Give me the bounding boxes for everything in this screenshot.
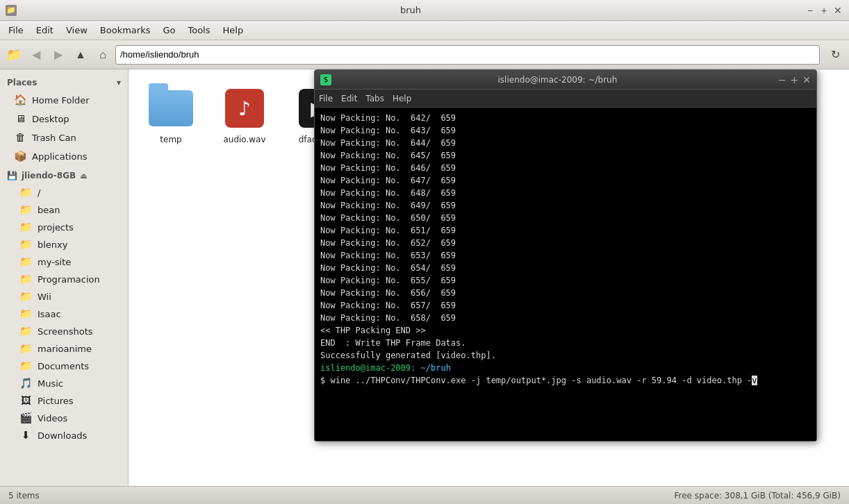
back-button[interactable]: ◀ bbox=[26, 45, 46, 65]
bean-icon: 📁 bbox=[19, 203, 32, 216]
sidebar: Places ▾ 🏠 Home Folder 🖥 Desktop 🗑 Trash… bbox=[0, 69, 129, 486]
sidebar-item-projects[interactable]: 📁 projects bbox=[3, 219, 125, 235]
applications-icon: 📦 bbox=[14, 150, 26, 162]
sidebar-item-desktop[interactable]: 🖥 Desktop bbox=[3, 110, 125, 128]
menu-help[interactable]: Help bbox=[217, 23, 249, 37]
wii-icon: 📁 bbox=[19, 290, 32, 303]
menu-file[interactable]: File bbox=[3, 23, 29, 37]
file-item-audiowav[interactable]: ♪ audio.wav bbox=[213, 81, 276, 150]
terminal-icon: $ bbox=[320, 74, 331, 85]
terminal-title: isliendo@imac-2009: ~/bruh bbox=[337, 75, 778, 85]
terminal-menubar: File Edit Tabs Help bbox=[315, 90, 816, 108]
audio-file-icon: ♪ bbox=[225, 89, 264, 128]
file-name-audiowav: audio.wav bbox=[223, 135, 265, 144]
menu-bookmarks[interactable]: Bookmarks bbox=[94, 23, 156, 37]
trash-icon: 🗑 bbox=[14, 131, 26, 144]
terminal-body[interactable]: Now Packing: No. 642/ 659Now Packing: No… bbox=[315, 108, 816, 441]
address-input[interactable] bbox=[120, 49, 815, 60]
toolbar-icon-btn[interactable]: 📁 bbox=[4, 45, 24, 65]
sidebar-item-marioanime[interactable]: 📁 marioanime bbox=[3, 340, 125, 357]
maximize-button[interactable]: + bbox=[818, 5, 830, 16]
title-bar-left: 📁 bbox=[6, 5, 17, 16]
terminal-minimize-button[interactable]: − bbox=[778, 74, 786, 85]
pictures-icon: 🖼 bbox=[19, 394, 32, 407]
terminal-controls: − + ✕ bbox=[778, 74, 811, 85]
projects-icon: 📁 bbox=[19, 221, 32, 233]
title-bar: 📁 bruh − + ✕ bbox=[0, 0, 849, 21]
sidebar-item-wii[interactable]: 📁 Wii bbox=[3, 288, 125, 305]
terminal-window: $ isliendo@imac-2009: ~/bruh − + ✕ File … bbox=[314, 69, 817, 442]
drive-header: 💾 jliendo-8GB ⏏ bbox=[0, 168, 128, 183]
sidebar-item-home[interactable]: 🏠 Home Folder bbox=[3, 91, 125, 109]
sidebar-item-music[interactable]: 🎵 Music bbox=[3, 375, 125, 392]
folder-icon bbox=[149, 90, 193, 126]
sidebar-item-documents[interactable]: 📁 Documents bbox=[3, 358, 125, 374]
sidebar-item-root[interactable]: 📁 / bbox=[3, 184, 125, 201]
terminal-maximize-button[interactable]: + bbox=[791, 74, 799, 85]
temp-folder-icon-container bbox=[149, 86, 193, 131]
window-controls: − + ✕ bbox=[805, 5, 843, 16]
terminal-close-button[interactable]: ✕ bbox=[802, 74, 811, 85]
main-area: Places ▾ 🏠 Home Folder 🖥 Desktop 🗑 Trash… bbox=[0, 69, 849, 486]
toolbar: 📁 ◀ ▶ ▲ ⌂ ↻ bbox=[0, 40, 849, 69]
menu-edit[interactable]: Edit bbox=[31, 23, 59, 37]
sidebar-item-isaac[interactable]: 📁 Isaac bbox=[3, 305, 125, 322]
address-bar-container bbox=[115, 45, 820, 65]
sidebar-item-blenxy[interactable]: 📁 blenxy bbox=[3, 236, 125, 253]
sidebar-item-bean[interactable]: 📁 bean bbox=[3, 201, 125, 218]
up-button[interactable]: ▲ bbox=[71, 45, 90, 65]
drive-section: 💾 jliendo-8GB ⏏ 📁 / 📁 bean 📁 projects 📁 … bbox=[0, 168, 128, 444]
documents-icon: 📁 bbox=[19, 360, 32, 372]
screenshots-icon: 📁 bbox=[19, 325, 32, 337]
root-icon: 📁 bbox=[19, 186, 32, 199]
sidebar-item-pictures[interactable]: 🖼 Pictures bbox=[3, 392, 125, 409]
items-count: 5 items bbox=[8, 491, 40, 501]
terminal-menu-file[interactable]: File bbox=[319, 94, 333, 103]
sidebar-item-programacion[interactable]: 📁 Programacion bbox=[3, 271, 125, 287]
menu-view[interactable]: View bbox=[60, 23, 93, 37]
marioanime-icon: 📁 bbox=[19, 342, 32, 355]
menu-go[interactable]: Go bbox=[157, 23, 181, 37]
close-button[interactable]: ✕ bbox=[832, 5, 843, 16]
sidebar-item-downloads[interactable]: ⬇ Downloads bbox=[3, 427, 125, 444]
music-icon: 🎵 bbox=[19, 377, 32, 389]
places-header[interactable]: Places ▾ bbox=[0, 75, 128, 90]
menu-tools[interactable]: Tools bbox=[182, 23, 215, 37]
sidebar-item-applications[interactable]: 📦 Applications bbox=[3, 147, 125, 165]
window-icon: 📁 bbox=[6, 5, 17, 16]
file-item-temp[interactable]: temp bbox=[140, 81, 202, 150]
eject-button[interactable]: ⏏ bbox=[80, 171, 87, 180]
file-area: temp ♪ audio.wav ▶ dfac.mp4 ▶ bbox=[129, 69, 849, 486]
programacion-icon: 📁 bbox=[19, 273, 32, 285]
sidebar-item-screenshots[interactable]: 📁 Screenshots bbox=[3, 323, 125, 339]
drive-icon: 💾 bbox=[7, 171, 17, 180]
forward-button[interactable]: ▶ bbox=[49, 45, 68, 65]
audio-icon-container: ♪ bbox=[222, 86, 267, 131]
home-icon: 🏠 bbox=[14, 94, 26, 106]
status-bar: 5 items Free space: 308,1 GiB (Total: 45… bbox=[0, 486, 849, 504]
free-space: Free space: 308,1 GiB (Total: 456,9 GiB) bbox=[675, 491, 841, 501]
menu-bar: File Edit View Bookmarks Go Tools Help bbox=[0, 21, 849, 40]
sidebar-item-videos[interactable]: 🎬 Videos bbox=[3, 410, 125, 426]
terminal-menu-help[interactable]: Help bbox=[393, 94, 411, 103]
home-button[interactable]: ⌂ bbox=[93, 45, 113, 65]
terminal-menu-tabs[interactable]: Tabs bbox=[365, 94, 384, 103]
desktop-icon: 🖥 bbox=[14, 112, 26, 125]
places-collapse-icon: ▾ bbox=[117, 78, 121, 87]
my-site-icon: 📁 bbox=[19, 255, 32, 268]
terminal-titlebar: $ isliendo@imac-2009: ~/bruh − + ✕ bbox=[315, 70, 816, 90]
file-name-temp: temp bbox=[160, 135, 181, 144]
window-title: bruh bbox=[17, 5, 805, 15]
isaac-icon: 📁 bbox=[19, 308, 32, 320]
videos-icon: 🎬 bbox=[19, 412, 32, 424]
terminal-menu-edit[interactable]: Edit bbox=[341, 94, 357, 103]
reload-button[interactable]: ↻ bbox=[825, 45, 845, 65]
blenxy-icon: 📁 bbox=[19, 238, 32, 251]
downloads-icon: ⬇ bbox=[19, 429, 32, 442]
sidebar-item-my-site[interactable]: 📁 my-site bbox=[3, 253, 125, 270]
minimize-button[interactable]: − bbox=[805, 5, 816, 16]
sidebar-item-trash[interactable]: 🗑 Trash Can bbox=[3, 128, 125, 146]
